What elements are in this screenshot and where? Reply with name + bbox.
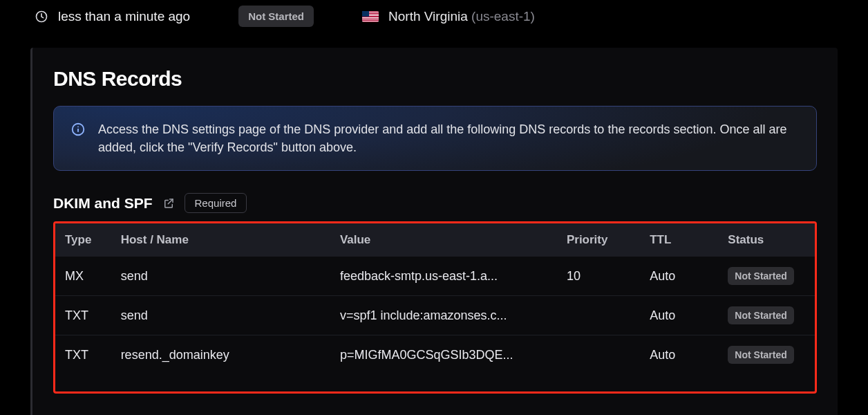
dns-records-panel: DNS Records Access the DNS settings page… [30,48,838,415]
cell-ttl: Auto [641,296,719,335]
cell-status: Not Started [719,257,815,296]
table-row[interactable]: TXT resend._domainkey p=MIGfMA0GCSqGSIb3… [55,335,815,392]
dns-records-table: Type Host / Name Value Priority TTL Stat… [55,223,815,391]
info-banner: Access the DNS settings page of the DNS … [53,106,817,171]
table-header-row: Type Host / Name Value Priority TTL Stat… [55,223,815,257]
cell-ttl: Auto [641,335,719,392]
clock-icon [35,10,48,24]
cell-value: p=MIGfMA0GCSqGSIb3DQE... [332,335,558,392]
th-host: Host / Name [113,223,332,257]
region-name: North Virginia [388,9,468,24]
required-pill: Required [185,193,247,213]
status-badge: Not Started [238,6,314,27]
th-type: Type [55,223,113,257]
cell-priority [558,296,641,335]
info-icon [70,122,86,137]
cell-ttl: Auto [641,257,719,296]
cell-value: v=spf1 include:amazonses.c... [332,296,558,335]
region: North Virginia (us-east-1) [362,9,535,24]
row-status-badge: Not Started [728,306,793,324]
created-time: less than a minute ago [35,9,190,24]
cell-status: Not Started [719,296,815,335]
table-row[interactable]: MX send feedback-smtp.us-east-1.a... 10 … [55,257,815,296]
cell-host: send [113,257,332,296]
section-header: DKIM and SPF Required [53,193,817,213]
meta-row: less than a minute ago Not Started North… [0,0,868,48]
cell-value: feedback-smtp.us-east-1.a... [332,257,558,296]
th-value: Value [332,223,558,257]
panel-title: DNS Records [53,67,817,91]
us-flag-icon [362,11,379,22]
th-priority: Priority [558,223,641,257]
info-text: Access the DNS settings page of the DNS … [98,120,800,156]
cell-type: TXT [55,296,113,335]
cell-type: MX [55,257,113,296]
external-link-icon[interactable] [162,197,175,210]
section-title: DKIM and SPF [53,195,153,212]
svg-point-3 [77,126,79,127]
cell-priority [558,335,641,392]
cell-status: Not Started [719,335,815,392]
th-status: Status [719,223,815,257]
dns-records-table-highlight: Type Host / Name Value Priority TTL Stat… [53,221,817,394]
cell-host: send [113,296,332,335]
cell-type: TXT [55,335,113,392]
row-status-badge: Not Started [728,346,793,364]
cell-host: resend._domainkey [113,335,332,392]
th-ttl: TTL [641,223,719,257]
created-time-text: less than a minute ago [58,9,190,24]
cell-priority: 10 [558,257,641,296]
row-status-badge: Not Started [728,267,793,285]
table-row[interactable]: TXT send v=spf1 include:amazonses.c... A… [55,296,815,335]
region-code: (us-east-1) [471,9,535,24]
